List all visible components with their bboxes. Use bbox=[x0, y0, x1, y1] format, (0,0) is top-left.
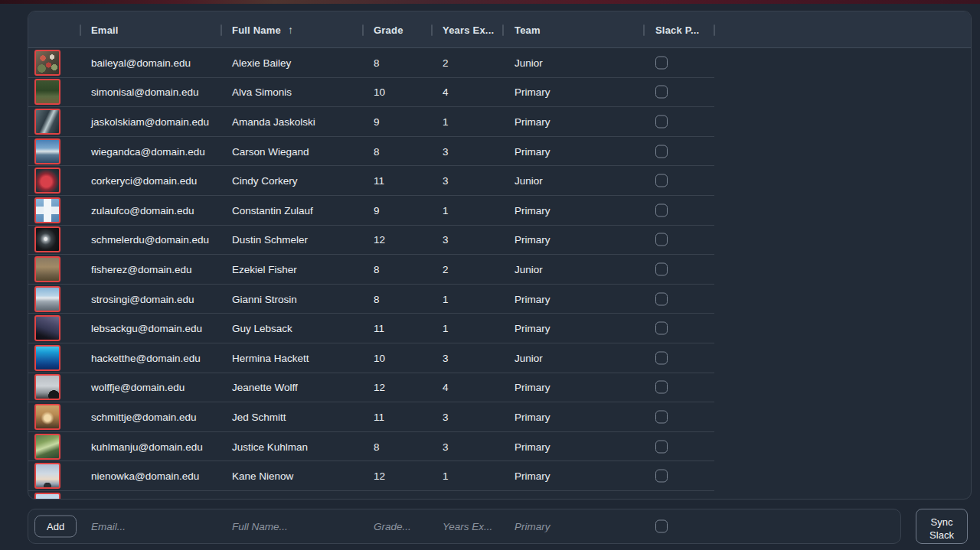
grade-cell: 11 bbox=[374, 411, 384, 422]
avatar bbox=[34, 345, 60, 371]
window-top-strip bbox=[0, 0, 980, 4]
column-divider bbox=[502, 24, 504, 36]
slack-checkbox[interactable] bbox=[655, 292, 668, 305]
sync-slack-label-line2: Slack bbox=[916, 529, 967, 542]
team-cell: Primary bbox=[514, 116, 550, 127]
table-row: simonisal@domain.edu Alva Simonis 10 4 P… bbox=[28, 78, 714, 108]
header-full-name-label: Full Name bbox=[232, 24, 281, 36]
grade-cell: 8 bbox=[374, 57, 380, 68]
grade-cell: 11 bbox=[374, 323, 384, 334]
full-name-cell: Guy Lebsack bbox=[232, 323, 292, 334]
header-years-experience[interactable]: Years Ex... bbox=[443, 24, 494, 35]
years-experience-cell: 3 bbox=[443, 411, 449, 422]
full-name-cell: Justice Kuhlman bbox=[232, 441, 308, 452]
table-row: jaskolskiam@domain.edu Amanda Jaskolski … bbox=[28, 107, 714, 137]
slack-checkbox[interactable] bbox=[655, 470, 668, 483]
avatar bbox=[34, 138, 60, 164]
team-cell: Primary bbox=[514, 441, 550, 452]
years-experience-cell: 1 bbox=[443, 116, 449, 127]
grade-cell: 8 bbox=[374, 293, 380, 304]
email-cell: hacketthe@domain.edu bbox=[91, 352, 201, 363]
sync-slack-button[interactable]: Sync Slack bbox=[916, 509, 968, 544]
full-name-cell: Gianni Strosin bbox=[232, 293, 297, 304]
email-cell: fisherez@domain.edu bbox=[91, 263, 192, 275]
slack-checkbox[interactable] bbox=[655, 499, 668, 500]
table-row bbox=[28, 491, 714, 500]
column-divider bbox=[643, 24, 645, 36]
table-body: baileyal@domain.edu Alexie Bailey 8 2 Ju… bbox=[28, 48, 971, 500]
header-grade[interactable]: Grade bbox=[374, 24, 403, 35]
team-cell: Primary bbox=[514, 293, 550, 304]
table-row: schmittje@domain.edu Jed Schmitt 11 3 Pr… bbox=[28, 402, 714, 432]
slack-checkbox[interactable] bbox=[655, 233, 668, 246]
years-experience-cell: 4 bbox=[443, 86, 449, 98]
avatar bbox=[34, 493, 60, 500]
team-cell: Primary bbox=[514, 323, 550, 334]
table-row: zulaufco@domain.edu Constantin Zulauf 9 … bbox=[28, 196, 714, 226]
table-row: nienowka@domain.edu Kane Nienow 12 1 Pri… bbox=[28, 461, 714, 491]
slack-checkbox[interactable] bbox=[655, 262, 668, 275]
add-row-bar: Add bbox=[28, 509, 901, 544]
slack-checkbox[interactable] bbox=[655, 322, 668, 335]
grade-cell: 10 bbox=[374, 86, 385, 98]
team-cell: Junior bbox=[514, 263, 543, 275]
table-row: fisherez@domain.edu Ezekiel Fisher 8 2 J… bbox=[28, 255, 714, 285]
slack-checkbox[interactable] bbox=[655, 56, 668, 69]
full-name-cell: Jeanette Wolff bbox=[232, 382, 298, 393]
avatar bbox=[34, 256, 60, 282]
slack-checkbox[interactable] bbox=[655, 145, 668, 158]
table-row: lebsackgu@domain.edu Guy Lebsack 11 1 Pr… bbox=[28, 314, 714, 343]
new-team-input[interactable] bbox=[514, 521, 614, 532]
slack-checkbox[interactable] bbox=[655, 174, 668, 187]
team-cell: Junior bbox=[514, 57, 543, 68]
slack-checkbox[interactable] bbox=[655, 115, 668, 128]
grade-cell: 12 bbox=[374, 470, 385, 482]
email-cell: lebsackgu@domain.edu bbox=[91, 323, 202, 334]
table-row: wolffje@domain.edu Jeanette Wolff 12 4 P… bbox=[28, 373, 714, 403]
team-cell: Junior bbox=[514, 175, 543, 187]
slack-checkbox[interactable] bbox=[655, 351, 668, 364]
header-slack[interactable]: Slack P... bbox=[655, 24, 699, 35]
avatar bbox=[34, 79, 60, 105]
new-slack-checkbox[interactable] bbox=[655, 520, 668, 533]
avatar bbox=[34, 286, 60, 312]
grade-cell: 8 bbox=[374, 441, 380, 452]
grade-cell: 9 bbox=[374, 116, 380, 127]
team-cell: Primary bbox=[514, 86, 550, 98]
avatar bbox=[34, 463, 60, 489]
avatar bbox=[34, 315, 60, 341]
slack-checkbox[interactable] bbox=[655, 203, 668, 216]
roster-table-card: Email Full Name↑ Grade Years Ex... Team … bbox=[28, 11, 972, 500]
team-cell: Junior bbox=[514, 352, 543, 363]
header-full-name[interactable]: Full Name↑ bbox=[232, 24, 293, 36]
slack-checkbox[interactable] bbox=[655, 440, 668, 453]
email-cell: schmittje@domain.edu bbox=[91, 411, 197, 422]
column-divider bbox=[714, 24, 715, 36]
full-name-cell: Alva Simonis bbox=[232, 86, 292, 98]
new-email-input[interactable] bbox=[91, 521, 214, 532]
new-full-name-input[interactable] bbox=[232, 521, 354, 532]
new-grade-input[interactable] bbox=[374, 521, 435, 532]
grade-cell: 8 bbox=[374, 145, 380, 157]
header-team[interactable]: Team bbox=[514, 24, 541, 35]
years-experience-cell: 2 bbox=[443, 57, 449, 68]
full-name-cell: Dustin Schmeler bbox=[232, 234, 308, 246]
years-experience-cell: 3 bbox=[443, 441, 449, 452]
years-experience-cell: 3 bbox=[443, 352, 449, 363]
email-cell: kuhlmanju@domain.edu bbox=[91, 441, 203, 452]
add-button[interactable]: Add bbox=[34, 516, 77, 538]
slack-checkbox[interactable] bbox=[655, 381, 668, 394]
header-email[interactable]: Email bbox=[91, 24, 119, 35]
full-name-cell: Constantin Zulauf bbox=[232, 204, 313, 216]
table-row: schmelerdu@domain.edu Dustin Schmeler 12… bbox=[28, 226, 714, 255]
new-years-experience-input[interactable] bbox=[443, 521, 508, 532]
slack-checkbox[interactable] bbox=[655, 86, 668, 99]
years-experience-cell: 1 bbox=[443, 204, 449, 216]
team-cell: Primary bbox=[514, 411, 550, 422]
full-name-cell: Hermina Hackett bbox=[232, 352, 309, 363]
grade-cell: 8 bbox=[374, 263, 380, 275]
slack-checkbox[interactable] bbox=[655, 410, 668, 423]
table-row: wiegandca@domain.edu Carson Wiegand 8 3 … bbox=[28, 137, 714, 167]
team-cell: Primary bbox=[514, 204, 550, 216]
years-experience-cell: 4 bbox=[443, 382, 449, 393]
